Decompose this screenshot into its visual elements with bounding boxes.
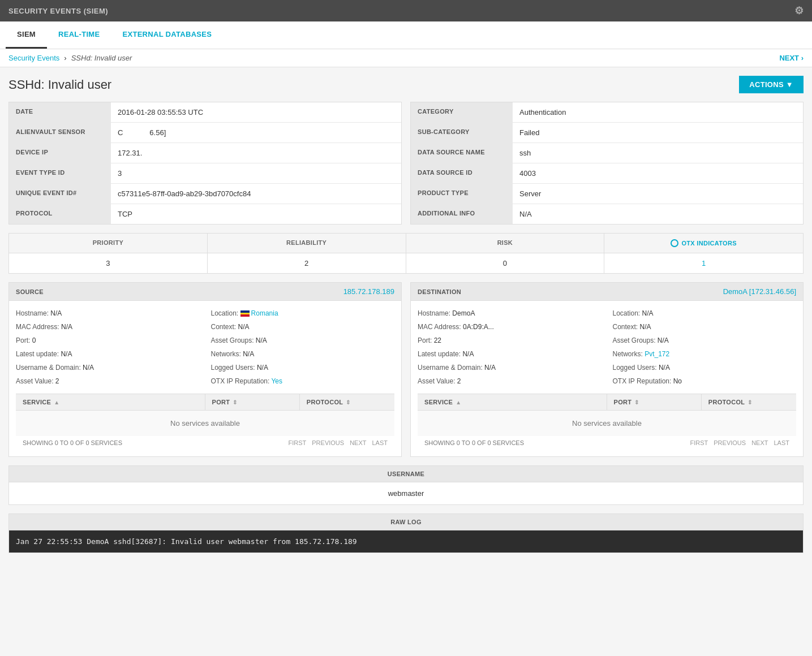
service-sort-icon[interactable]: ▲ <box>54 399 59 405</box>
dest-next[interactable]: NEXT <box>751 439 768 446</box>
event-details-grid: DATE 2016-01-28 03:55:53 UTC ALIENVAULT … <box>8 102 804 225</box>
source-hostname: Hostname: N/A <box>16 308 200 319</box>
source-asset-groups: Asset Groups: N/A <box>211 335 395 346</box>
rawlog-header: RAW LOG <box>9 514 803 530</box>
source-mac: MAC Address: N/A <box>16 321 200 333</box>
destination-panel: DESTINATION DemoA [172.31.46.56] Hostnam… <box>410 282 804 457</box>
destination-panel-ip[interactable]: DemoA [172.31.46.56] <box>723 287 796 296</box>
source-dest-grid: SOURCE 185.72.178.189 Hostname: N/A Loca… <box>8 282 804 457</box>
details-row-category: CATEGORY Authentication <box>411 102 803 123</box>
breadcrumb: Security Events › SSHd: Invalid user <box>8 54 132 62</box>
destination-info-grid: Hostname: DemoA Location: N/A MAC Addres… <box>418 308 796 387</box>
top-bar-title: SECURITY EVENTS (SIEM) <box>8 7 108 15</box>
source-services-header: SERVICE ▲ PORT ⇕ PROTOCOL ⇕ <box>16 394 394 411</box>
source-location-link[interactable]: Romania <box>251 309 278 317</box>
metric-header-reliability: RELIABILITY <box>208 234 406 253</box>
source-pagination: FIRST PREVIOUS NEXT LAST <box>289 439 388 446</box>
dest-protocol-col: PROTOCOL ⇕ <box>702 394 796 410</box>
details-row-date: DATE 2016-01-28 03:55:53 UTC <box>9 102 401 123</box>
dest-latest-update: Latest update: N/A <box>418 348 602 360</box>
next-link[interactable]: NEXT › <box>779 54 804 62</box>
source-context: Context: N/A <box>211 321 395 333</box>
event-details-left: DATE 2016-01-28 03:55:53 UTC ALIENVAULT … <box>8 102 402 225</box>
source-services-footer: SHOWING 0 TO 0 OF 0 SERVICES FIRST PREVI… <box>16 436 394 450</box>
details-row-device-ip: DEVICE IP 172.31. <box>9 143 401 163</box>
tab-siem[interactable]: SIEM <box>6 21 47 49</box>
actions-button[interactable]: ACTIONS ▼ <box>739 76 804 93</box>
source-panel-title: SOURCE <box>16 288 44 295</box>
breadcrumb-current: SSHd: Invalid user <box>71 54 132 62</box>
destination-services-table: SERVICE ▲ PORT ⇕ PROTOCOL ⇕ No services … <box>418 394 796 450</box>
dest-port-sort-icon[interactable]: ⇕ <box>634 399 639 405</box>
dest-mac: MAC Address: 0A:D9:A... <box>418 321 602 333</box>
metric-value-reliability: 2 <box>208 253 406 273</box>
source-otx-reputation: OTX IP Reputation: Yes <box>211 376 395 387</box>
metric-header-risk: RISK <box>406 234 605 253</box>
source-showing: SHOWING 0 TO 0 OF 0 SERVICES <box>23 439 122 446</box>
source-first[interactable]: FIRST <box>289 439 307 446</box>
tab-external-databases[interactable]: EXTERNAL DATABASES <box>111 21 223 49</box>
username-header: USERNAME <box>9 466 803 482</box>
metric-header-otx: OTX INDICATORS <box>604 234 803 253</box>
dest-previous[interactable]: PREVIOUS <box>714 439 746 446</box>
source-protocol-col: PROTOCOL ⇕ <box>300 394 394 410</box>
details-row-protocol: PROTOCOL TCP <box>9 204 401 224</box>
details-row-datasource-id: DATA SOURCE ID 4003 <box>411 163 803 184</box>
metric-header-priority: PRIORITY <box>9 234 208 253</box>
source-logged-users: Logged Users: N/A <box>211 362 395 373</box>
tab-realtime[interactable]: REAL-TIME <box>47 21 111 49</box>
dest-networks-link[interactable]: Pvt_172 <box>645 350 669 358</box>
source-latest-update: Latest update: N/A <box>16 348 200 360</box>
details-row-sensor: ALIENVAULT SENSOR C 6.56] <box>9 123 401 143</box>
source-port-col: PORT ⇕ <box>205 394 300 410</box>
port-sort-icon[interactable]: ⇕ <box>233 399 237 405</box>
metric-value-risk: 0 <box>406 253 605 273</box>
dest-asset-value: Asset Value: 2 <box>418 376 602 387</box>
dest-service-sort-icon[interactable]: ▲ <box>456 399 461 405</box>
source-panel-body: Hostname: N/A Location: Romania MAC Addr… <box>9 301 401 456</box>
dest-hostname: Hostname: DemoA <box>418 308 602 319</box>
source-panel-header: SOURCE 185.72.178.189 <box>9 283 401 301</box>
details-row-product-type: PRODUCT TYPE Server <box>411 184 803 204</box>
page-title-row: SSHd: Invalid user ACTIONS ▼ <box>8 76 804 93</box>
username-section: USERNAME webmaster <box>8 465 804 505</box>
username-value: webmaster <box>9 482 803 504</box>
dest-location: Location: N/A <box>613 308 797 319</box>
dest-protocol-sort-icon[interactable]: ⇕ <box>747 399 752 405</box>
source-panel-ip[interactable]: 185.72.178.189 <box>343 287 394 296</box>
breadcrumb-bar: Security Events › SSHd: Invalid user NEX… <box>0 49 812 67</box>
source-services-table: SERVICE ▲ PORT ⇕ PROTOCOL ⇕ No services … <box>16 394 394 450</box>
top-bar-icon: ⚙ <box>794 5 804 17</box>
otx-icon <box>671 239 678 247</box>
dest-logged-users: Logged Users: N/A <box>613 362 797 373</box>
metric-value-otx[interactable]: 1 <box>604 253 803 273</box>
event-details-right: CATEGORY Authentication SUB-CATEGORY Fai… <box>410 102 804 225</box>
source-asset-value: Asset Value: 2 <box>16 376 200 387</box>
dest-services-footer: SHOWING 0 TO 0 OF 0 SERVICES FIRST PREVI… <box>418 436 796 450</box>
page-title: SSHd: Invalid user <box>8 77 111 92</box>
tabs-bar: SIEM REAL-TIME EXTERNAL DATABASES <box>0 21 812 49</box>
top-bar: SECURITY EVENTS (SIEM) ⚙ <box>0 0 812 21</box>
source-last[interactable]: LAST <box>372 439 388 446</box>
details-row-additional-info: ADDITIONAL INFO N/A <box>411 204 803 224</box>
details-row-datasource-name: DATA SOURCE NAME ssh <box>411 143 803 163</box>
destination-panel-title: DESTINATION <box>418 288 461 295</box>
source-port: Port: 0 <box>16 335 200 346</box>
rawlog-body: Jan 27 22:55:53 DemoA sshd[32687]: Inval… <box>9 530 803 553</box>
dest-username-domain: Username & Domain: N/A <box>418 362 602 373</box>
dest-port-col: PORT ⇕ <box>607 394 702 410</box>
breadcrumb-separator: › <box>64 54 66 62</box>
source-previous[interactable]: PREVIOUS <box>312 439 344 446</box>
dest-last[interactable]: LAST <box>774 439 789 446</box>
romania-flag-icon <box>240 310 250 317</box>
dest-no-services: No services available <box>418 411 796 436</box>
protocol-sort-icon[interactable]: ⇕ <box>346 399 350 405</box>
source-otx-link[interactable]: Yes <box>271 377 282 385</box>
dest-showing: SHOWING 0 TO 0 OF 0 SERVICES <box>424 439 524 446</box>
source-panel: SOURCE 185.72.178.189 Hostname: N/A Loca… <box>8 282 402 457</box>
metrics-row: PRIORITY RELIABILITY RISK OTX INDICATORS… <box>8 233 804 274</box>
breadcrumb-root[interactable]: Security Events <box>8 54 59 62</box>
source-next[interactable]: NEXT <box>350 439 366 446</box>
dest-first[interactable]: FIRST <box>690 439 708 446</box>
metrics-values: 3 2 0 1 <box>9 253 803 273</box>
